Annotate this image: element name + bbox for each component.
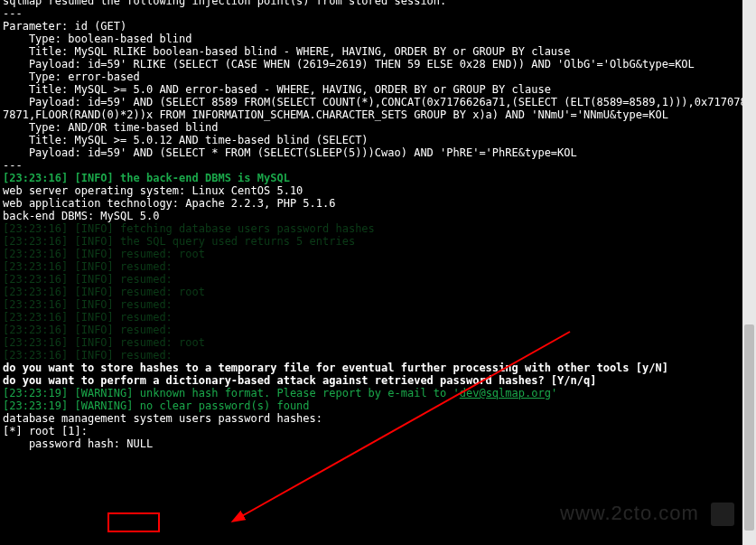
terminal-line: [23:23:16] [INFO] the SQL query used ret… (3, 235, 747, 248)
terminal-line: [23:23:16] [INFO] fetching database user… (3, 222, 747, 235)
terminal-line: [23:23:19] [WARNING] no clear password(s… (3, 399, 747, 412)
terminal-line: database management system users passwor… (3, 412, 747, 425)
terminal-line: do you want to perform a dictionary-base… (3, 374, 747, 387)
terminal-line: 7871,FLOOR(RAND(0)*2))x FROM INFORMATION… (3, 108, 747, 121)
terminal-line: [23:23:16] [INFO] resumed: (3, 260, 747, 273)
terminal-line: Title: MySQL RLIKE boolean-based blind -… (3, 45, 747, 58)
highlight-box (107, 512, 160, 532)
watermark-text: www.2cto.com (560, 502, 699, 524)
terminal-line: [23:23:16] [INFO] resumed: root (3, 248, 747, 260)
terminal-line: [23:23:16] [INFO] resumed: (3, 324, 747, 336)
terminal-line: sqlmap resumed the following injection p… (3, 0, 747, 7)
terminal-line: [23:23:19] [WARNING] unknown hash format… (3, 387, 747, 399)
terminal-line: web application technology: Apache 2.2.3… (3, 197, 747, 210)
terminal-line: Payload: id=59' AND (SELECT 8589 FROM(SE… (3, 96, 747, 108)
terminal-line: Payload: id=59' AND (SELECT * FROM (SELE… (3, 146, 747, 159)
terminal-line: [23:23:16] [INFO] the back-end DBMS is M… (3, 172, 747, 184)
terminal-line: Title: MySQL >= 5.0.12 AND time-based bl… (3, 134, 747, 146)
terminal-line: password hash: NULL (3, 437, 747, 450)
terminal-line: --- (3, 7, 747, 20)
terminal-line: [23:23:16] [INFO] resumed: (3, 298, 747, 311)
terminal-line: Type: boolean-based blind (3, 33, 747, 45)
terminal-line: Type: AND/OR time-based blind (3, 121, 747, 134)
terminal-line: [23:23:16] [INFO] resumed: (3, 349, 747, 362)
terminal-output: sqlmap resumed the following injection p… (3, 0, 747, 450)
terminal-line: [*] root [1]: (3, 425, 747, 437)
watermark-logo-icon (711, 503, 734, 526)
terminal-line: Title: MySQL >= 5.0 AND error-based - WH… (3, 83, 747, 96)
terminal-line: [23:23:16] [INFO] resumed: (3, 273, 747, 286)
terminal-line: [23:23:16] [INFO] resumed: (3, 311, 747, 324)
scrollbar-track[interactable] (742, 0, 756, 545)
terminal-line: do you want to store hashes to a tempora… (3, 362, 747, 374)
terminal-line: Parameter: id (GET) (3, 20, 747, 33)
terminal-line: [23:23:16] [INFO] resumed: root (3, 286, 747, 298)
terminal-line: Type: error-based (3, 70, 747, 83)
watermark: www.2cto.com (560, 503, 734, 526)
terminal-line: [23:23:16] [INFO] resumed: root (3, 336, 747, 349)
scrollbar-thumb[interactable] (744, 324, 754, 531)
terminal-line: Payload: id=59' RLIKE (SELECT (CASE WHEN… (3, 58, 747, 70)
terminal-line: --- (3, 159, 747, 172)
terminal-line: web server operating system: Linux CentO… (3, 184, 747, 197)
terminal-line: back-end DBMS: MySQL 5.0 (3, 210, 747, 222)
